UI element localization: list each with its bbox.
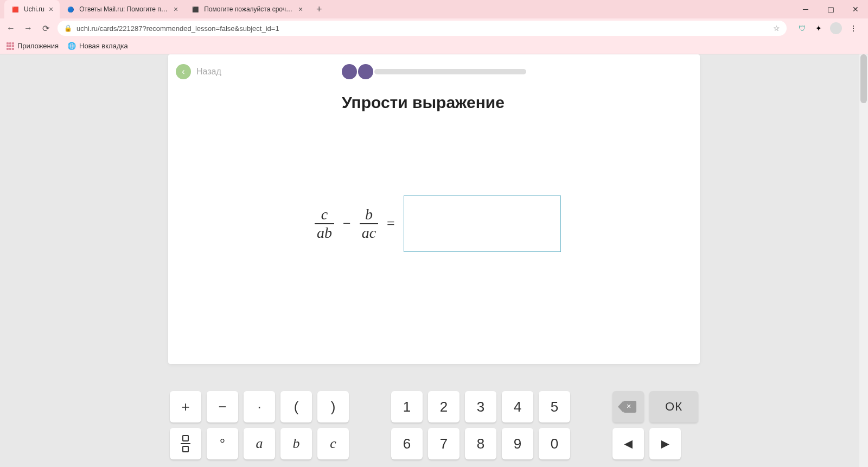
key-9[interactable]: 9 xyxy=(502,428,533,459)
key-arrow-left[interactable]: ◄ xyxy=(612,428,644,459)
key-backspace[interactable]: × xyxy=(612,391,644,422)
tab-title: Ответы Mail.ru: Помогите пожа xyxy=(79,5,169,13)
answer-input[interactable] xyxy=(404,195,561,252)
minimize-button[interactable]: ─ xyxy=(793,0,818,18)
numerator: b xyxy=(363,206,375,223)
back-label: Назад xyxy=(196,67,221,77)
key-arrow-right[interactable]: ► xyxy=(649,428,681,459)
key-6[interactable]: 6 xyxy=(391,428,423,459)
bookmark-newtab[interactable]: 🌐 Новая вкладка xyxy=(67,42,128,50)
favicon-uchi: 🟥 xyxy=(11,5,20,14)
scroll-thumb[interactable] xyxy=(860,54,867,103)
key-c[interactable]: c xyxy=(317,428,349,459)
browser-chrome: 🟥 Uchi.ru × 🔵 Ответы Mail.ru: Помогите п… xyxy=(0,0,868,54)
math-keyboard: + − · ( ) 1 2 3 4 5 × ОК ° a b c 6 7 8 9 xyxy=(170,386,698,467)
equals-sign: = xyxy=(385,216,397,232)
address-bar: ← → ⟳ 🔒 uchi.ru/cards/221287?recommended… xyxy=(0,18,868,38)
fraction-icon xyxy=(181,435,190,452)
close-icon[interactable]: × xyxy=(174,5,178,14)
key-degree[interactable]: ° xyxy=(207,428,238,459)
denominator: ac xyxy=(360,224,378,242)
key-b[interactable]: b xyxy=(280,428,312,459)
close-icon[interactable]: × xyxy=(49,5,53,14)
key-fraction[interactable] xyxy=(170,428,201,459)
globe-icon: 🌐 xyxy=(67,42,76,50)
vertical-scrollbar[interactable] xyxy=(859,54,868,467)
lock-icon: 🔒 xyxy=(64,24,72,32)
lesson-heading: Упрости выражение xyxy=(342,93,505,112)
key-a[interactable]: a xyxy=(244,428,275,459)
url-text: uchi.ru/cards/221287?recommended_lesson=… xyxy=(76,24,769,33)
key-5[interactable]: 5 xyxy=(539,391,570,422)
lesson-card: ‹ Назад Упрости выражение c ab − b ac = xyxy=(168,54,700,364)
reload-button[interactable]: ⟳ xyxy=(40,23,51,34)
close-icon[interactable]: × xyxy=(298,5,303,14)
profile-avatar[interactable] xyxy=(830,22,842,34)
bookmark-star-icon[interactable]: ☆ xyxy=(773,24,780,33)
favicon-znanija: ⬛ xyxy=(191,5,200,14)
keyboard-row-1: + − · ( ) 1 2 3 4 5 × ОК xyxy=(170,391,698,422)
tab-title: Помогите пожалуйста срочно! xyxy=(204,5,294,13)
back-link[interactable]: ‹ Назад xyxy=(176,64,221,79)
keyboard-row-2: ° a b c 6 7 8 9 0 ◄ ► xyxy=(170,428,698,459)
progress-track xyxy=(374,69,526,74)
key-8[interactable]: 8 xyxy=(465,428,496,459)
key-lparen[interactable]: ( xyxy=(280,391,312,422)
progress-dot xyxy=(342,64,357,79)
newtab-label: Новая вкладка xyxy=(79,42,128,50)
favicon-mailru: 🔵 xyxy=(66,5,75,14)
denominator: ab xyxy=(315,224,334,242)
numerator: c xyxy=(319,206,330,223)
progress-indicator xyxy=(342,64,526,79)
key-dot[interactable]: · xyxy=(244,391,275,422)
key-rparen[interactable]: ) xyxy=(317,391,349,422)
key-minus[interactable]: − xyxy=(207,391,238,422)
progress-dot xyxy=(358,64,373,79)
key-1[interactable]: 1 xyxy=(391,391,423,422)
tab-uchi[interactable]: 🟥 Uchi.ru × xyxy=(4,0,60,18)
new-tab-button[interactable]: + xyxy=(311,2,327,17)
window-controls: ─ ▢ ✕ xyxy=(793,0,868,18)
apps-shortcut[interactable]: Приложения xyxy=(7,42,59,50)
key-ok[interactable]: ОК xyxy=(649,391,698,422)
apps-grid-icon xyxy=(7,42,14,50)
tab-znanija[interactable]: ⬛ Помогите пожалуйста срочно! × xyxy=(184,0,309,18)
apps-label: Приложения xyxy=(17,42,59,50)
extension-adguard-icon[interactable]: 🛡 xyxy=(797,23,807,33)
kebab-menu-icon[interactable]: ⋮ xyxy=(848,23,858,33)
math-expression: c ab − b ac = xyxy=(315,195,561,252)
key-7[interactable]: 7 xyxy=(428,428,459,459)
backspace-icon: × xyxy=(620,401,636,413)
key-0[interactable]: 0 xyxy=(539,428,570,459)
key-plus[interactable]: + xyxy=(170,391,201,422)
extension-icons: 🛡 ✦ ⋮ xyxy=(793,22,863,34)
bookmarks-bar: Приложения 🌐 Новая вкладка xyxy=(0,38,868,54)
tab-title: Uchi.ru xyxy=(24,5,44,13)
back-button[interactable]: ← xyxy=(5,23,16,34)
minus-sign: − xyxy=(341,216,353,232)
key-2[interactable]: 2 xyxy=(428,391,459,422)
chevron-left-icon: ‹ xyxy=(176,64,191,79)
key-4[interactable]: 4 xyxy=(502,391,533,422)
fraction-1: c ab xyxy=(315,206,334,242)
fraction-2: b ac xyxy=(360,206,378,242)
close-window-button[interactable]: ✕ xyxy=(843,0,868,18)
tab-mailru[interactable]: 🔵 Ответы Mail.ru: Помогите пожа × xyxy=(60,0,184,18)
forward-button[interactable]: → xyxy=(23,23,34,34)
key-3[interactable]: 3 xyxy=(465,391,496,422)
extensions-puzzle-icon[interactable]: ✦ xyxy=(814,23,824,33)
url-bar[interactable]: 🔒 uchi.ru/cards/221287?recommended_lesso… xyxy=(58,21,787,36)
maximize-button[interactable]: ▢ xyxy=(818,0,843,18)
tab-strip: 🟥 Uchi.ru × 🔵 Ответы Mail.ru: Помогите п… xyxy=(0,0,868,18)
